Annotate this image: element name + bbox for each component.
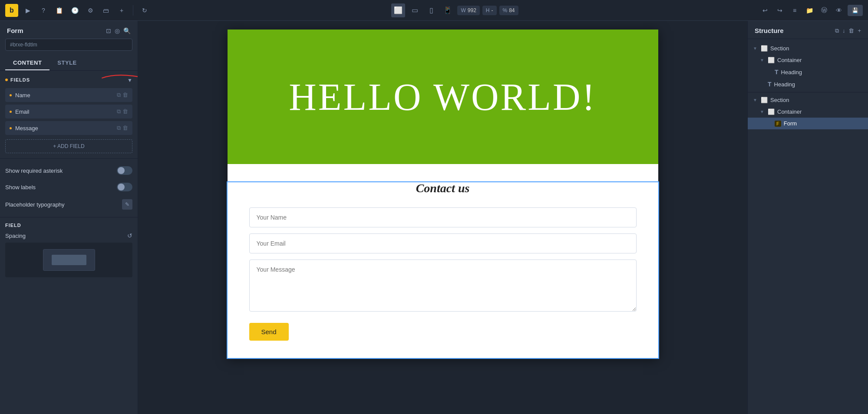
show-required-row: Show required asterisk	[5, 162, 132, 179]
right-panel: Structure ⧉ ↓ 🗑 + ▼ ⬜ Section ▼ ⬜ Contai…	[747, 21, 868, 414]
tree-heading-2[interactable]: ▼ T Heading	[748, 78, 868, 90]
chevron-icon: ▼	[760, 109, 765, 114]
tree-container-2-label: Container	[777, 108, 802, 115]
tree-heading-1-label: Heading	[781, 69, 802, 76]
tree-divider	[748, 92, 868, 92]
tree-section-2[interactable]: ▼ ⬜ Section	[748, 94, 868, 106]
canvas-frame: HELLO WORLD! Contact us Send	[228, 30, 658, 358]
redo-icon[interactable]: ↪	[774, 4, 786, 16]
panel-search-icon[interactable]: 🔍	[123, 27, 131, 34]
fields-indicator	[5, 79, 8, 81]
fields-section: FIELDS ▼	[0, 71, 138, 158]
tree-heading-1[interactable]: ▼ T Heading	[748, 66, 868, 78]
history-icon[interactable]: 🕐	[69, 4, 81, 16]
tree-form-label: Form	[784, 120, 797, 127]
field-section: FIELD Spacing ↺	[0, 217, 138, 283]
tree-container-1[interactable]: ▼ ⬜ Container	[748, 54, 868, 66]
field-delete-icon[interactable]: 🗑	[122, 92, 128, 99]
element-id-input[interactable]	[5, 39, 132, 51]
field-name-label: Name	[15, 92, 30, 99]
structure-tree: ▼ ⬜ Section ▼ ⬜ Container ▼ T Heading ▼ …	[748, 39, 868, 133]
clipboard-icon[interactable]: 📋	[53, 4, 65, 16]
spacing-preview	[5, 243, 132, 277]
style-tab[interactable]: STYLE	[50, 56, 84, 70]
app-logo[interactable]: b	[5, 4, 18, 17]
cursor-tool[interactable]: ▶	[22, 4, 34, 16]
structure-header-icons: ⧉ ↓ 🗑 +	[835, 27, 861, 34]
height-dimension: H -	[482, 6, 497, 15]
panel-icon-1[interactable]: ⊡	[106, 27, 111, 34]
message-field-wrap	[249, 260, 637, 313]
spacing-row: Spacing ↺	[5, 232, 132, 239]
tablet-landscape-btn[interactable]: ▭	[408, 3, 422, 17]
heading-icon-1: T	[775, 69, 779, 76]
structure-download-icon[interactable]: ↓	[842, 27, 845, 34]
panel-tabs: CONTENT STYLE	[0, 56, 138, 71]
tree-container-2[interactable]: ▼ ⬜ Container	[748, 106, 868, 118]
spacing-label: Spacing	[5, 233, 26, 239]
layout-icon[interactable]: ≡	[789, 4, 801, 16]
hero-title: HELLO WORLD!	[289, 75, 597, 119]
field-section-header: FIELD	[5, 223, 132, 228]
fields-label: FIELDS	[10, 77, 30, 82]
show-labels-row: Show labels	[5, 179, 132, 195]
tablet-portrait-btn[interactable]: ▯	[424, 3, 438, 17]
name-field-wrap	[249, 207, 637, 227]
container-icon-2: ⬜	[768, 108, 775, 115]
settings-icon[interactable]: ⚙	[84, 4, 96, 16]
database-icon[interactable]: 🗃	[100, 4, 112, 16]
placeholder-typo-edit-btn[interactable]: ✎	[122, 199, 132, 210]
spacing-box	[43, 249, 95, 271]
fields-header[interactable]: FIELDS ▼	[5, 76, 132, 84]
structure-delete-icon[interactable]: 🗑	[848, 27, 854, 34]
chevron-icon: ▼	[760, 58, 765, 62]
field-email-copy-icon[interactable]: ⧉	[117, 108, 121, 115]
field-item-email[interactable]: Email ⧉ 🗑	[5, 105, 132, 118]
canvas-area[interactable]: HELLO WORLD! Contact us Send	[138, 21, 747, 414]
id-input-wrap	[0, 39, 138, 56]
heading-icon-2: T	[768, 81, 772, 88]
help-icon[interactable]: ?	[37, 4, 50, 16]
section-icon-2: ⬜	[761, 97, 768, 103]
add-icon[interactable]: +	[116, 4, 128, 16]
field-email-delete-icon[interactable]: 🗑	[122, 108, 128, 115]
refresh-icon[interactable]: ↻	[139, 4, 151, 16]
spacing-reset-icon[interactable]: ↺	[127, 232, 132, 239]
structure-add-icon[interactable]: +	[858, 27, 861, 34]
content-tab[interactable]: CONTENT	[5, 56, 50, 70]
wordpress-icon[interactable]: Ⓦ	[818, 4, 830, 16]
layers-icon[interactable]: 📁	[803, 4, 815, 16]
placeholder-typo-row: Placeholder typography ✎	[5, 195, 132, 214]
desktop-device-btn[interactable]: ⬜	[391, 3, 405, 17]
tree-section-1[interactable]: ▼ ⬜ Section	[748, 43, 868, 54]
tree-container-1-label: Container	[777, 57, 802, 63]
tree-section-2-label: Section	[770, 97, 789, 103]
field-message-copy-icon[interactable]: ⧉	[117, 125, 121, 131]
message-textarea[interactable]	[249, 260, 637, 312]
email-input[interactable]	[249, 233, 637, 253]
field-item-message[interactable]: Message ⧉ 🗑	[5, 121, 132, 135]
tree-section-1-label: Section	[770, 45, 789, 52]
form-section: Contact us Send	[228, 164, 658, 358]
show-labels-toggle[interactable]	[117, 183, 132, 191]
submit-button[interactable]: Send	[249, 323, 289, 341]
preview-icon[interactable]: 👁	[833, 4, 845, 16]
toolbar-center: ⬜ ▭ ▯ 📱 W 992 H - % 84	[154, 3, 756, 17]
fields-chevron-icon: ▼	[127, 77, 132, 83]
add-field-button[interactable]: + ADD FIELD	[5, 139, 132, 153]
name-input[interactable]	[249, 207, 637, 227]
field-message-delete-icon[interactable]: 🗑	[122, 125, 128, 131]
undo-icon[interactable]: ↩	[759, 4, 771, 16]
panel-icon-2[interactable]: ◎	[115, 27, 120, 34]
mobile-device-btn[interactable]: 📱	[441, 3, 455, 17]
toolbar-sep-1	[133, 5, 133, 16]
show-required-toggle[interactable]	[117, 166, 132, 175]
tree-form[interactable]: ▼ F Form	[748, 118, 868, 129]
field-item-name[interactable]: Name ⧉ 🗑	[5, 88, 132, 102]
toolbar-right: ↩ ↪ ≡ 📁 Ⓦ 👁 💾	[759, 4, 863, 16]
field-copy-icon[interactable]: ⧉	[117, 92, 121, 99]
save-button[interactable]: 💾	[848, 5, 863, 16]
chevron-icon: ▼	[753, 98, 758, 102]
structure-copy-icon[interactable]: ⧉	[835, 27, 839, 34]
panel-title: Form	[7, 27, 23, 34]
